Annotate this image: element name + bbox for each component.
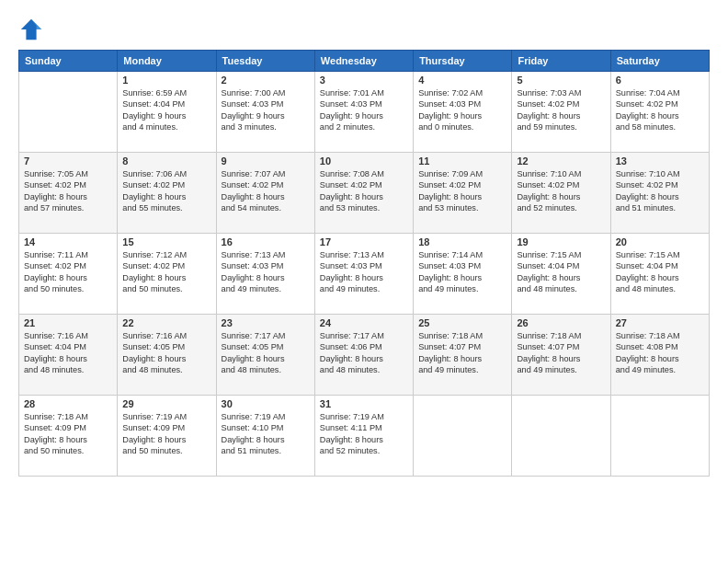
day-number: 19 <box>517 236 605 247</box>
calendar-week-row: 14Sunrise: 7:11 AM Sunset: 4:02 PM Dayli… <box>19 234 710 315</box>
day-info: Sunrise: 7:15 AM Sunset: 4:04 PM Dayligh… <box>616 249 704 295</box>
day-info: Sunrise: 7:15 AM Sunset: 4:04 PM Dayligh… <box>517 249 605 295</box>
day-info: Sunrise: 7:17 AM Sunset: 4:05 PM Dayligh… <box>222 330 310 376</box>
day-info: Sunrise: 7:18 AM Sunset: 4:08 PM Dayligh… <box>616 330 704 376</box>
calendar-cell <box>414 396 512 477</box>
calendar-cell <box>19 72 118 153</box>
calendar-cell: 23Sunrise: 7:17 AM Sunset: 4:05 PM Dayli… <box>216 315 314 396</box>
col-header-saturday: Saturday <box>610 51 709 72</box>
day-info: Sunrise: 7:08 AM Sunset: 4:02 PM Dayligh… <box>320 168 408 214</box>
day-number: 18 <box>418 236 506 247</box>
calendar-cell: 18Sunrise: 7:14 AM Sunset: 4:03 PM Dayli… <box>414 234 512 315</box>
day-info: Sunrise: 7:13 AM Sunset: 4:03 PM Dayligh… <box>320 249 408 295</box>
day-number: 23 <box>222 317 310 328</box>
calendar-cell: 16Sunrise: 7:13 AM Sunset: 4:03 PM Dayli… <box>216 234 314 315</box>
day-info: Sunrise: 7:06 AM Sunset: 4:02 PM Dayligh… <box>122 168 210 214</box>
calendar-cell: 20Sunrise: 7:15 AM Sunset: 4:04 PM Dayli… <box>610 234 709 315</box>
day-number: 24 <box>320 317 408 328</box>
day-info: Sunrise: 7:00 AM Sunset: 4:03 PM Dayligh… <box>222 87 310 133</box>
logo <box>18 17 46 42</box>
calendar-cell: 19Sunrise: 7:15 AM Sunset: 4:04 PM Dayli… <box>512 234 610 315</box>
day-number: 8 <box>122 155 210 167</box>
day-number: 16 <box>222 236 310 247</box>
day-number: 21 <box>24 317 112 328</box>
day-info: Sunrise: 7:12 AM Sunset: 4:02 PM Dayligh… <box>122 249 210 295</box>
calendar-cell: 28Sunrise: 7:18 AM Sunset: 4:09 PM Dayli… <box>19 396 118 477</box>
day-number: 1 <box>122 75 210 86</box>
col-header-tuesday: Tuesday <box>216 51 314 72</box>
day-info: Sunrise: 7:18 AM Sunset: 4:09 PM Dayligh… <box>24 411 112 457</box>
calendar-cell <box>610 396 709 477</box>
day-number: 9 <box>222 155 310 167</box>
day-info: Sunrise: 7:07 AM Sunset: 4:02 PM Dayligh… <box>222 168 310 214</box>
col-header-monday: Monday <box>118 51 216 72</box>
day-info: Sunrise: 7:17 AM Sunset: 4:06 PM Dayligh… <box>320 330 408 376</box>
day-number: 13 <box>616 155 704 167</box>
day-number: 10 <box>320 155 408 167</box>
calendar-week-row: 1Sunrise: 6:59 AM Sunset: 4:04 PM Daylig… <box>19 72 710 153</box>
calendar-table: SundayMondayTuesdayWednesdayThursdayFrid… <box>18 50 710 477</box>
day-info: Sunrise: 7:04 AM Sunset: 4:02 PM Dayligh… <box>616 87 704 133</box>
calendar-cell: 2Sunrise: 7:00 AM Sunset: 4:03 PM Daylig… <box>216 72 314 153</box>
calendar-cell: 7Sunrise: 7:05 AM Sunset: 4:02 PM Daylig… <box>19 153 118 234</box>
calendar-cell: 17Sunrise: 7:13 AM Sunset: 4:03 PM Dayli… <box>314 234 413 315</box>
calendar-cell: 30Sunrise: 7:19 AM Sunset: 4:10 PM Dayli… <box>216 396 314 477</box>
day-number: 7 <box>24 155 112 167</box>
calendar-cell: 11Sunrise: 7:09 AM Sunset: 4:02 PM Dayli… <box>414 153 512 234</box>
calendar-cell: 29Sunrise: 7:19 AM Sunset: 4:09 PM Dayli… <box>118 396 216 477</box>
day-info: Sunrise: 7:10 AM Sunset: 4:02 PM Dayligh… <box>616 168 704 214</box>
day-info: Sunrise: 7:18 AM Sunset: 4:07 PM Dayligh… <box>418 330 506 376</box>
day-number: 22 <box>122 317 210 328</box>
page: SundayMondayTuesdayWednesdayThursdayFrid… <box>0 0 728 563</box>
calendar-cell: 6Sunrise: 7:04 AM Sunset: 4:02 PM Daylig… <box>610 72 709 153</box>
day-number: 12 <box>517 155 605 167</box>
day-info: Sunrise: 7:16 AM Sunset: 4:04 PM Dayligh… <box>24 330 112 376</box>
calendar-week-row: 7Sunrise: 7:05 AM Sunset: 4:02 PM Daylig… <box>19 153 710 234</box>
calendar-cell: 22Sunrise: 7:16 AM Sunset: 4:05 PM Dayli… <box>118 315 216 396</box>
calendar-cell: 9Sunrise: 7:07 AM Sunset: 4:02 PM Daylig… <box>216 153 314 234</box>
calendar-cell <box>512 396 610 477</box>
calendar-cell: 3Sunrise: 7:01 AM Sunset: 4:03 PM Daylig… <box>314 72 413 153</box>
day-info: Sunrise: 7:10 AM Sunset: 4:02 PM Dayligh… <box>517 168 605 214</box>
day-number: 3 <box>320 75 408 86</box>
day-number: 2 <box>222 75 310 86</box>
day-number: 11 <box>418 155 506 167</box>
day-info: Sunrise: 7:09 AM Sunset: 4:02 PM Dayligh… <box>418 168 506 214</box>
calendar-cell: 21Sunrise: 7:16 AM Sunset: 4:04 PM Dayli… <box>19 315 118 396</box>
day-number: 5 <box>517 75 605 86</box>
calendar-cell: 10Sunrise: 7:08 AM Sunset: 4:02 PM Dayli… <box>314 153 413 234</box>
day-info: Sunrise: 7:19 AM Sunset: 4:09 PM Dayligh… <box>122 411 210 457</box>
day-info: Sunrise: 7:05 AM Sunset: 4:02 PM Dayligh… <box>24 168 112 214</box>
col-header-thursday: Thursday <box>414 51 512 72</box>
day-info: Sunrise: 6:59 AM Sunset: 4:04 PM Dayligh… <box>122 87 210 133</box>
calendar-header-row: SundayMondayTuesdayWednesdayThursdayFrid… <box>19 51 710 72</box>
calendar-cell: 26Sunrise: 7:18 AM Sunset: 4:07 PM Dayli… <box>512 315 610 396</box>
day-info: Sunrise: 7:19 AM Sunset: 4:11 PM Dayligh… <box>320 411 408 457</box>
col-header-sunday: Sunday <box>19 51 118 72</box>
calendar-cell: 15Sunrise: 7:12 AM Sunset: 4:02 PM Dayli… <box>118 234 216 315</box>
calendar-cell: 25Sunrise: 7:18 AM Sunset: 4:07 PM Dayli… <box>414 315 512 396</box>
day-info: Sunrise: 7:02 AM Sunset: 4:03 PM Dayligh… <box>418 87 506 133</box>
day-info: Sunrise: 7:16 AM Sunset: 4:05 PM Dayligh… <box>122 330 210 376</box>
logo-icon <box>18 17 44 42</box>
calendar-week-row: 28Sunrise: 7:18 AM Sunset: 4:09 PM Dayli… <box>19 396 710 477</box>
calendar-cell: 24Sunrise: 7:17 AM Sunset: 4:06 PM Dayli… <box>314 315 413 396</box>
calendar-cell: 4Sunrise: 7:02 AM Sunset: 4:03 PM Daylig… <box>414 72 512 153</box>
calendar-cell: 1Sunrise: 6:59 AM Sunset: 4:04 PM Daylig… <box>118 72 216 153</box>
calendar-week-row: 21Sunrise: 7:16 AM Sunset: 4:04 PM Dayli… <box>19 315 710 396</box>
day-info: Sunrise: 7:19 AM Sunset: 4:10 PM Dayligh… <box>222 411 310 457</box>
calendar-cell: 14Sunrise: 7:11 AM Sunset: 4:02 PM Dayli… <box>19 234 118 315</box>
day-info: Sunrise: 7:03 AM Sunset: 4:02 PM Dayligh… <box>517 87 605 133</box>
day-info: Sunrise: 7:11 AM Sunset: 4:02 PM Dayligh… <box>24 249 112 295</box>
col-header-wednesday: Wednesday <box>314 51 413 72</box>
day-number: 31 <box>320 398 408 409</box>
day-number: 14 <box>24 236 112 247</box>
calendar-cell: 31Sunrise: 7:19 AM Sunset: 4:11 PM Dayli… <box>314 396 413 477</box>
day-number: 15 <box>122 236 210 247</box>
day-info: Sunrise: 7:18 AM Sunset: 4:07 PM Dayligh… <box>517 330 605 376</box>
day-number: 6 <box>616 75 704 86</box>
calendar-cell: 13Sunrise: 7:10 AM Sunset: 4:02 PM Dayli… <box>610 153 709 234</box>
day-number: 29 <box>122 398 210 409</box>
col-header-friday: Friday <box>512 51 610 72</box>
day-number: 20 <box>616 236 704 247</box>
